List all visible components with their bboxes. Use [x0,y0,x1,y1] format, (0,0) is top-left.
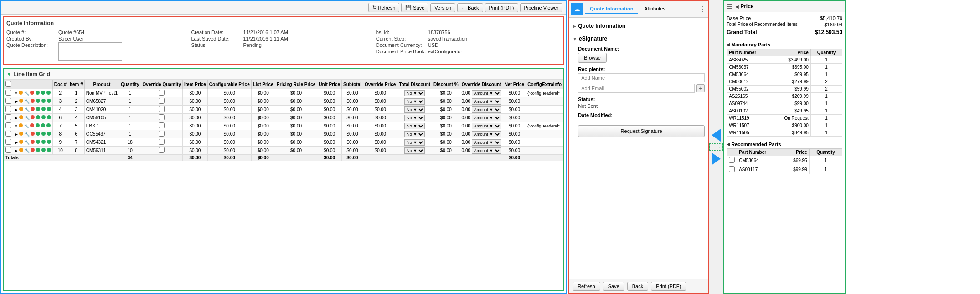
refresh-button[interactable]: ↻ Refresh [368,3,400,12]
wrench-icon[interactable]: 🔧 [24,91,29,96]
version-button[interactable]: Version [430,3,455,12]
expand-icon[interactable]: ≡ [15,91,17,96]
more-options-icon[interactable]: ⋮ [699,5,707,14]
expand-icon[interactable]: ▶ [15,140,18,145]
expand-icon[interactable]: ▶ [15,99,18,104]
select-all-checkbox[interactable] [5,81,11,87]
expand-icon[interactable]: ▶ [15,148,18,153]
request-signature-button[interactable]: Request Signature [578,125,705,137]
discount-type-select[interactable]: Amount ▼Percent [472,139,501,146]
footer-save-button[interactable]: Save [603,282,624,291]
cloud-icon: ☁ [571,3,583,15]
browse-button[interactable]: Browse [578,53,607,63]
discount-select[interactable]: No ▼Yes [404,115,425,121]
row-item-num: 3 [68,106,84,114]
expand-right-arrow[interactable] [712,152,721,165]
discount-select[interactable]: No ▼Yes [404,131,425,137]
wrench-icon[interactable]: 🔧 [25,107,30,112]
quote-info-collapsible-header[interactable]: ▶ Quote Information [573,21,705,30]
row-override-qty[interactable] [141,97,182,106]
add-recipient-button[interactable]: + [696,84,705,92]
row-check[interactable] [4,122,13,130]
row-override-qty[interactable] [141,106,182,114]
expand-icon[interactable]: ▶ [15,116,18,120]
save-button[interactable]: 💾 Save [401,3,428,12]
col-net-price: Net Price [503,80,526,89]
collapse-left-arrow[interactable] [712,129,721,142]
wrench-icon[interactable]: 🔧 [25,132,30,137]
discount-select[interactable]: No ▼Yes [404,147,425,154]
discount-select[interactable]: No ▼Yes [404,106,425,113]
esignature-header[interactable]: ▼ eSignature [573,34,705,43]
grid-container[interactable]: Doc # Item # Product Quantity Override Q… [4,80,563,290]
discount-type-select[interactable]: Amount ▼Percent [472,106,501,113]
wrench-icon[interactable]: 🔧 [25,140,30,145]
row-total-discount[interactable]: No ▼Yes [397,130,432,138]
discount-type-select[interactable]: Amount ▼Percent [472,98,501,105]
discount-select[interactable]: No ▼Yes [404,98,425,105]
row-total-discount[interactable]: No ▼Yes [397,89,432,97]
row-total-discount[interactable]: No ▼Yes [397,122,432,130]
discount-select[interactable]: No ▼Yes [404,90,425,96]
wrench-icon[interactable]: 🔧 [25,116,30,120]
add-email-input[interactable] [578,84,695,93]
row-net-price: $0.00 [503,106,526,114]
row-item-num: 5 [68,122,84,130]
hamburger-icon[interactable]: ☰ [727,3,732,10]
back-button[interactable]: ← Back [457,3,483,12]
row-check[interactable] [4,97,13,106]
expand-icon[interactable]: ≡ [15,124,17,128]
row-override-qty[interactable] [141,130,182,138]
row-override-qty[interactable] [141,147,182,155]
discount-type-select[interactable]: Amount ▼Percent [472,147,501,154]
rec-part-checkbox[interactable] [729,166,735,172]
wrench-icon[interactable]: 🔧 [25,148,30,153]
row-check[interactable] [4,138,13,147]
discount-select[interactable]: No ▼Yes [404,123,425,129]
row-total-discount[interactable]: No ▼Yes [397,97,432,106]
row-override-qty[interactable] [141,138,182,147]
row-list-price: $0.00 [251,122,275,130]
add-name-input[interactable] [578,73,705,82]
wrench-icon[interactable]: 🔧 [25,99,30,104]
print-button[interactable]: Print (PDF) [485,3,518,12]
discount-type-select[interactable]: Amount ▼Percent [472,123,501,129]
footer-more-icon[interactable]: ⋮ [697,282,705,291]
col-check[interactable] [4,80,13,89]
row-check[interactable] [4,147,13,155]
row-total-discount[interactable]: No ▼Yes [397,147,432,155]
discount-select[interactable]: No ▼Yes [404,139,425,146]
row-total-discount[interactable]: No ▼Yes [397,138,432,147]
middle-content: ▶ Quote Information ▼ eSignature Documen… [569,18,708,279]
row-check[interactable] [4,114,13,122]
row-total-discount[interactable]: No ▼Yes [397,106,432,114]
green-icon2 [41,107,46,111]
recommended-part-row: AS00117 $99.99 1 [727,165,842,174]
discount-type-select[interactable]: Amount ▼Percent [472,90,501,96]
base-price-label: Base Price [727,15,751,21]
quote-desc-input[interactable] [58,42,122,61]
expand-icon[interactable]: ▶ [15,132,18,137]
row-net-price: $0.00 [503,130,526,138]
discount-type-select[interactable]: Amount ▼Percent [472,115,501,121]
pipeline-button[interactable]: Pipeline Viewer [520,3,563,12]
tab-attributes[interactable]: Attributes [640,4,670,14]
rec-part-checkbox[interactable] [729,157,735,163]
footer-refresh-button[interactable]: Refresh [573,282,600,291]
footer-print-button[interactable]: Print (PDF) [651,282,686,291]
row-total-discount[interactable]: No ▼Yes [397,114,432,122]
row-check[interactable] [4,89,13,97]
row-check[interactable] [4,130,13,138]
mand-part-price: $395.00 [771,64,810,71]
wrench-icon[interactable]: 🔧 [24,124,29,128]
row-override-qty[interactable] [141,114,182,122]
row-override-qty[interactable] [141,89,182,97]
row-pricing-rule: $0.00 [275,114,317,122]
row-check[interactable] [4,106,13,114]
row-override-qty[interactable] [141,122,182,130]
discount-type-select[interactable]: Amount ▼Percent [472,131,501,137]
tab-quote-info[interactable]: Quote Information [585,4,638,14]
current-step-value: savedTransaction [428,36,467,41]
expand-icon[interactable]: ▶ [15,107,18,112]
footer-back-button[interactable]: Back [627,282,648,291]
